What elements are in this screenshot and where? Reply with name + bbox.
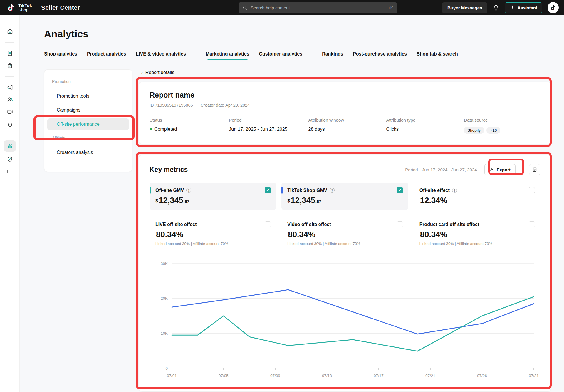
sidebar-icon-home[interactable] (4, 26, 16, 37)
svg-text:07/26: 07/26 (477, 373, 487, 378)
field-status: Status Completed (150, 118, 229, 134)
help-search-input[interactable]: Search help content +K (239, 2, 397, 13)
back-to-report-details[interactable]: ‹ Report details (139, 70, 551, 75)
sidebar-icon-analytics-active[interactable] (4, 140, 16, 152)
subnav-item-promotion-tools[interactable]: Promotion tools (47, 90, 129, 102)
sidebar-divider (5, 42, 14, 43)
brand-wordmark: TikTok Shop (18, 3, 32, 12)
data-source-badge-more[interactable]: +16 (486, 127, 500, 134)
report-fields: Status Completed Period Jun 17, 2025 - J… (150, 118, 540, 134)
subnav-item-campaigns[interactable]: Campaigns (47, 104, 129, 116)
key-metrics-title: Key metrics (150, 166, 405, 174)
brand-divider (36, 4, 36, 11)
report-name: Report name (150, 91, 540, 99)
search-placeholder: Search help content (251, 5, 385, 10)
accent-bar (150, 187, 151, 194)
subnav-item-creators-analysis[interactable]: Creators analysis (47, 147, 129, 158)
tab-divider (312, 52, 312, 57)
sidebar-icon-shield[interactable] (4, 153, 16, 165)
report-meta: ID 7195865197195865 Creator date Apr 20,… (150, 103, 540, 108)
sidebar-icon-marketing[interactable] (4, 82, 16, 93)
tiktok-note-icon (6, 3, 15, 13)
metric-checkbox[interactable] (397, 221, 403, 227)
export-label: Export (496, 167, 511, 172)
tab-shop-tab-search[interactable]: Shop tab & search (417, 51, 458, 60)
gmv-line-chart: 010K20K30K07/0107/0507/0907/1307/1707/21… (150, 258, 540, 386)
sidebar-icon-affiliate[interactable] (4, 94, 16, 105)
metric-checkbox[interactable] (265, 221, 271, 227)
metric-card-off-site-effect: Off-site effect ? 12.34% (414, 183, 540, 210)
period-value: Jun 17, 2025 - Jun 27, 2025 (229, 127, 308, 132)
help-icon[interactable]: ? (452, 188, 457, 193)
tab-marketing-analytics[interactable]: Marketing analytics (206, 51, 249, 60)
analytics-tabs: Shop analytics Product analytics LIVE & … (44, 51, 458, 60)
subnav-item-off-site-performance[interactable]: Off-site performance (47, 118, 129, 130)
status-value: Completed (154, 127, 177, 132)
topbar: TikTok Shop Seller Center Search help co… (0, 0, 564, 15)
subnav-group-promotion: Promotion (47, 79, 129, 84)
field-data-source: Data source Shopify +16 (464, 118, 540, 134)
buyer-messages-button[interactable]: Buyer Messages (442, 2, 487, 13)
tab-customer-analytics[interactable]: Customer analytics (259, 51, 303, 60)
help-icon[interactable]: ? (330, 188, 335, 193)
tab-shop-analytics[interactable]: Shop analytics (44, 51, 77, 60)
sidebar-icon-products[interactable] (4, 60, 16, 71)
tab-product-analytics[interactable]: Product analytics (87, 51, 126, 60)
marketing-subnav: Promotion Promotion tools Campaigns Off-… (44, 69, 132, 172)
product-name: Seller Center (41, 4, 80, 11)
sparkle-icon (510, 5, 515, 10)
report-log-button[interactable] (529, 164, 540, 175)
metric-card-live-off-site-effect: LIVE off-site effect ? 80.34% Linked acc… (150, 217, 276, 251)
svg-text:07/05: 07/05 (219, 373, 229, 378)
assistant-button[interactable]: Assistant (505, 2, 542, 13)
tab-post-purchase-analytics[interactable]: Post-purchase analytics (353, 51, 407, 60)
sidebar-icon-orders[interactable] (4, 48, 16, 59)
breadcrumb-label: Report details (145, 70, 174, 75)
search-shortcut: +K (388, 6, 393, 10)
icon-sidebar (0, 15, 20, 392)
accent-bar (281, 187, 283, 194)
creator-date-value: Apr 20, 2024 (225, 103, 250, 108)
metric-card-product-card-off-site-effect: Product card off-site effect ? 80.34% Li… (414, 217, 540, 251)
report-id-label: ID (150, 103, 154, 108)
data-source-badge-shopify[interactable]: Shopify (464, 127, 484, 134)
metric-card-tiktok-shop-gmv: TikTok Shop GMV ? ✓ $12,345.67 (281, 183, 408, 210)
metric-card-off-site-gmv: Off-site GMV ? ✓ $12,345.67 (150, 183, 276, 210)
help-icon[interactable]: ? (186, 188, 191, 193)
svg-text:0: 0 (165, 366, 168, 371)
metric-checkbox[interactable]: ✓ (265, 187, 271, 193)
tiktok-shop-logo[interactable]: TikTok Shop (0, 3, 32, 13)
field-period: Period Jun 17, 2025 - Jun 27, 2025 (229, 118, 308, 134)
assistant-label: Assistant (517, 5, 537, 10)
field-attribution-type: Attribution type Clicks (386, 118, 464, 134)
attribution-window-value: 28 days (308, 127, 386, 132)
notifications-bell-icon[interactable] (493, 4, 499, 11)
subnav-group-affiliate: Affiliate (47, 135, 129, 140)
tab-rankings[interactable]: Rankings (322, 51, 343, 60)
sidebar-divider (5, 76, 14, 77)
export-button[interactable]: Export (484, 164, 516, 175)
status-dot-completed (150, 128, 152, 130)
creator-date-label: Creator date (201, 103, 224, 108)
seller-center-app: TikTok Shop Seller Center Search help co… (0, 0, 564, 392)
sidebar-icon-live[interactable] (4, 119, 16, 130)
svg-text:07/13: 07/13 (322, 373, 332, 378)
sidebar-divider (5, 135, 14, 135)
period-label: Period (405, 167, 418, 172)
metric-checkbox[interactable] (529, 187, 535, 193)
svg-text:07/09: 07/09 (270, 373, 280, 378)
sidebar-icon-finance[interactable] (4, 166, 16, 177)
metric-card-video-off-site-effect: Video off-site effect ? 80.34% Linked ac… (281, 217, 408, 251)
metric-checkbox[interactable]: ✓ (397, 187, 403, 193)
chevron-left-icon: ‹ (141, 70, 143, 75)
svg-text:07/17: 07/17 (374, 373, 384, 378)
sidebar-icon-video[interactable] (4, 106, 16, 118)
metric-cards: Off-site GMV ? ✓ $12,345.67 TikTok Shop … (150, 183, 540, 251)
period-range: Jun 17, 2024 - Jun 27, 2024 (422, 167, 477, 172)
tab-live-video-analytics[interactable]: LIVE & video analytics (136, 51, 186, 60)
account-avatar[interactable] (548, 2, 559, 13)
metric-checkbox[interactable] (529, 221, 535, 227)
field-attribution-window: Attribution window 28 days (308, 118, 386, 134)
search-icon (243, 5, 248, 10)
tab-divider (196, 52, 196, 57)
